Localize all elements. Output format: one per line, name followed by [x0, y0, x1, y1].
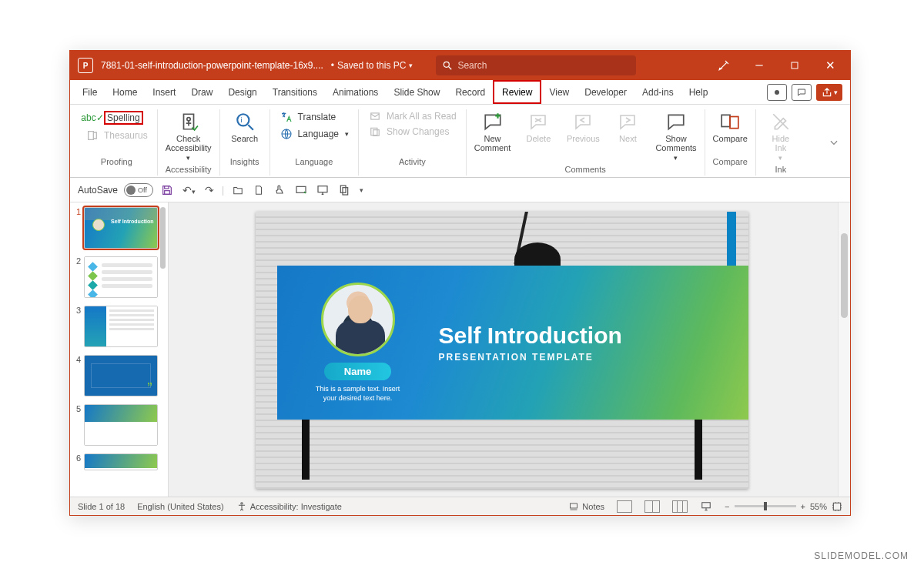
fit-to-window-icon[interactable]: [832, 501, 842, 512]
compare-button[interactable]: Compare: [711, 109, 749, 145]
slide-canvas[interactable]: Name This is a sample text. Insertyour d…: [256, 212, 748, 489]
zoom-in-icon[interactable]: +: [801, 502, 805, 511]
tab-file[interactable]: File: [75, 80, 105, 104]
slide-title[interactable]: Self Introduction: [439, 323, 622, 349]
svg-text:i: i: [240, 115, 242, 124]
group-ink: Hide Ink▾ Ink: [756, 109, 805, 176]
new-comment-button[interactable]: New Comment: [473, 109, 513, 154]
thesaurus-icon: [85, 129, 99, 142]
reading-view-icon[interactable]: [672, 500, 688, 513]
group-label: Language: [295, 156, 333, 168]
next-comment-button[interactable]: Next: [609, 109, 646, 145]
thumbnail-5[interactable]: [84, 404, 158, 446]
slideshow-view-icon[interactable]: [700, 501, 712, 512]
svg-rect-25: [833, 503, 840, 510]
quick-access-toolbar: AutoSave Off ↶▾ ↷ | ▾: [70, 178, 850, 202]
notes-button[interactable]: Notes: [568, 502, 604, 511]
open-icon[interactable]: [230, 185, 246, 196]
thumbnail-4[interactable]: ”: [84, 355, 158, 396]
tab-animations[interactable]: Animations: [325, 80, 386, 104]
search-button[interactable]: i Search: [226, 109, 263, 145]
check-accessibility-button[interactable]: Check Accessibility▾: [164, 109, 213, 163]
spelling-button[interactable]: abc✓ Spelling: [82, 109, 151, 126]
record-indicator-icon[interactable]: [767, 84, 787, 101]
tab-help[interactable]: Help: [681, 80, 716, 104]
next-comment-icon: [615, 111, 640, 132]
copy-icon[interactable]: [336, 184, 352, 196]
sorter-view-icon[interactable]: [644, 500, 660, 513]
tab-review[interactable]: Review: [493, 80, 541, 104]
avatar-image[interactable]: [321, 283, 395, 356]
export-icon[interactable]: [293, 184, 309, 196]
search-input[interactable]: [457, 60, 630, 71]
search-box[interactable]: [436, 55, 636, 75]
svg-rect-15: [165, 186, 169, 188]
thumbnail-2[interactable]: [84, 256, 158, 298]
new-icon[interactable]: [252, 184, 266, 196]
share-button[interactable]: ▾: [816, 84, 842, 101]
accessibility-icon: [176, 111, 201, 132]
zoom-out-icon[interactable]: −: [725, 502, 729, 511]
document-title[interactable]: 7881-01-self-introduction-powerpoint-tem…: [101, 60, 323, 71]
save-state[interactable]: •Saved to this PC▾: [331, 60, 413, 71]
minimize-button[interactable]: [745, 55, 773, 76]
show-changes-button[interactable]: Show Changes: [365, 125, 460, 139]
maximize-button[interactable]: [781, 55, 808, 76]
notes-icon: [568, 502, 579, 511]
svg-line-1: [449, 67, 452, 70]
delete-comment-button[interactable]: Delete: [520, 109, 557, 145]
tab-developer[interactable]: Developer: [577, 80, 634, 104]
svg-point-6: [237, 114, 249, 125]
thumbnail-1[interactable]: Self Introduction: [84, 207, 158, 249]
autosave-toggle[interactable]: Off: [124, 183, 153, 197]
group-label: Insights: [230, 156, 259, 168]
tab-transitions[interactable]: Transitions: [265, 80, 325, 104]
sample-text[interactable]: This is a sample text. Insertyour desire…: [316, 385, 400, 403]
autosave-label: AutoSave: [78, 185, 118, 196]
slide-editor[interactable]: Name This is a sample text. Insertyour d…: [169, 202, 838, 497]
tab-insert[interactable]: Insert: [145, 80, 183, 104]
thesaurus-button[interactable]: Thesaurus: [82, 128, 151, 143]
thumbnail-3[interactable]: [84, 306, 158, 347]
language-status[interactable]: English (United States): [137, 502, 224, 511]
tab-draw[interactable]: Draw: [183, 80, 220, 104]
tab-record[interactable]: Record: [447, 80, 493, 104]
ribbon-collapse-icon[interactable]: [829, 109, 844, 176]
zoom-slider[interactable]: [735, 505, 796, 507]
coming-soon-icon[interactable]: [710, 55, 738, 76]
previous-comment-button[interactable]: Previous: [564, 109, 601, 145]
tab-slideshow[interactable]: Slide Show: [386, 80, 447, 104]
group-label: Activity: [399, 156, 426, 168]
slide-heading[interactable]: Self Introduction PRESENTATION TEMPLATE: [439, 323, 622, 363]
comments-pane-icon[interactable]: [792, 84, 812, 101]
svg-rect-24: [702, 502, 711, 507]
translate-button[interactable]: Translate: [276, 109, 352, 125]
touch-icon[interactable]: [272, 184, 287, 196]
vertical-scrollbar[interactable]: [838, 202, 850, 497]
close-button[interactable]: ✕: [816, 55, 844, 76]
undo-icon[interactable]: ↶▾: [181, 184, 197, 196]
thumbnail-6[interactable]: [84, 453, 158, 470]
tab-addins[interactable]: Add-ins: [634, 80, 681, 104]
slide-subtitle[interactable]: PRESENTATION TEMPLATE: [439, 352, 622, 363]
zoom-level[interactable]: 55%: [810, 502, 827, 511]
language-button[interactable]: Language▾: [276, 126, 352, 142]
group-insights: i Search Insights: [220, 109, 270, 176]
more-icon[interactable]: ▾: [358, 186, 365, 194]
normal-view-icon[interactable]: [617, 500, 632, 513]
name-pill[interactable]: Name: [324, 363, 391, 380]
mark-all-read-button[interactable]: Mark All as Read: [365, 109, 460, 123]
redo-icon[interactable]: ↷: [203, 184, 216, 196]
tab-design[interactable]: Design: [220, 80, 264, 104]
tab-view[interactable]: View: [541, 80, 577, 104]
accessibility-status[interactable]: Accessibility: Investigate: [236, 501, 342, 512]
show-comments-button[interactable]: Show Comments▾: [654, 109, 698, 163]
thumbnails-scrollbar[interactable]: [160, 207, 166, 269]
present-icon[interactable]: [315, 184, 330, 196]
save-icon[interactable]: [159, 184, 175, 196]
mark-read-icon: [368, 111, 382, 122]
slide-counter[interactable]: Slide 1 of 18: [78, 502, 125, 511]
hide-ink-icon: [768, 111, 793, 132]
tab-home[interactable]: Home: [105, 80, 145, 104]
hide-ink-button[interactable]: Hide Ink▾: [762, 109, 799, 163]
